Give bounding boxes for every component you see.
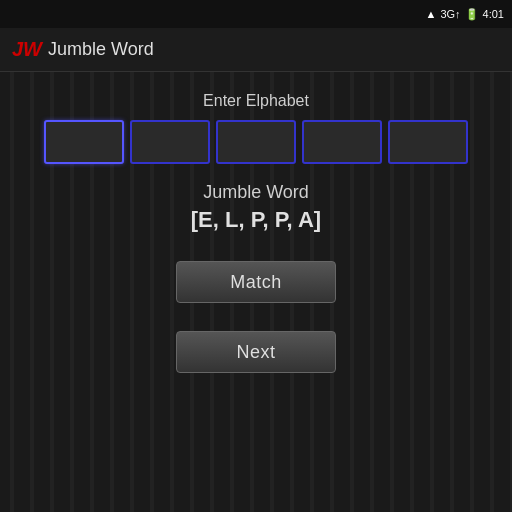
letter-input-2[interactable] [130,120,210,164]
enter-alphabet-label: Enter Elphabet [203,92,309,110]
main-content: Enter Elphabet Jumble Word [E, L, P, P, … [0,72,512,512]
network-signal-icon: ▲ [426,8,437,20]
letter-input-1[interactable] [44,120,124,164]
letter-input-5[interactable] [388,120,468,164]
letter-input-4[interactable] [302,120,382,164]
letter-input-3[interactable] [216,120,296,164]
match-button[interactable]: Match [176,261,336,303]
app-logo: JW [12,38,42,61]
battery-icon: 🔋 [465,8,479,21]
app-name: Jumble Word [48,39,154,60]
network-label: 3G↑ [440,8,460,20]
letter-input-row [10,120,502,164]
status-bar: ▲ 3G↑ 🔋 4:01 [0,0,512,28]
next-button[interactable]: Next [176,331,336,373]
title-bar: JW Jumble Word [0,28,512,72]
jumble-word-display: [E, L, P, P, A] [191,207,321,233]
jumble-word-label: Jumble Word [203,182,309,203]
time-display: 4:01 [483,8,504,20]
